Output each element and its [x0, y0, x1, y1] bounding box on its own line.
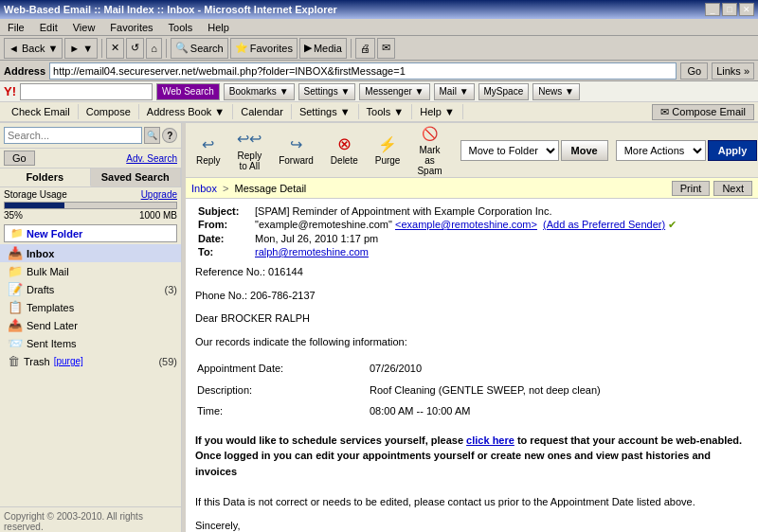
folder-item-drafts[interactable]: 📝 Drafts (3) [0, 280, 181, 298]
delete-button[interactable]: ⊗ Delete [324, 132, 365, 168]
menu-file[interactable]: File [4, 21, 28, 34]
media-button[interactable]: ▶ Media [299, 38, 347, 59]
date-value: Mon, Jul 26, 2010 1:17 pm [252, 232, 749, 245]
stop-button[interactable]: ✕ [106, 38, 124, 59]
close-button[interactable]: ✕ [739, 3, 754, 16]
move-to-folder-select[interactable]: Move to Folder [460, 140, 559, 161]
print-toolbar-button[interactable]: 🖨 [355, 38, 375, 59]
appt-date-row: Appointment Date: 07/26/2010 [197, 359, 601, 379]
storage-label: Storage Usage [4, 189, 67, 200]
menu-help[interactable]: Help [204, 21, 233, 34]
purge-button[interactable]: ⚡ Purge [369, 132, 407, 168]
next-button[interactable]: Next [713, 181, 752, 196]
back-button[interactable]: ◄ Back ▼ [4, 38, 63, 59]
forward-button[interactable]: ► ▼ [64, 38, 98, 59]
compose-email-icon: ✉ [660, 106, 669, 118]
window-controls[interactable]: _ □ ✕ [705, 3, 754, 16]
folders-tabs: Folders Saved Search [0, 168, 181, 187]
folder-item-bulkmail[interactable]: 📁 Bulk Mail [0, 262, 181, 280]
storage-bar-wrap: 35% 1000 MB [0, 202, 181, 222]
folder-label-drafts: Drafts [27, 284, 54, 295]
search-box: 🔍 ? [0, 123, 181, 149]
folder-item-sent[interactable]: 📨 Sent Items [0, 334, 181, 352]
reply-button[interactable]: ↩ Reply [190, 132, 227, 168]
mark-spam-button[interactable]: 🚫 Mark as Spam [410, 123, 448, 179]
menu-view[interactable]: View [69, 21, 99, 34]
storage-row: Storage Usage Upgrade [0, 187, 181, 202]
home-button[interactable]: ⌂ [146, 38, 162, 59]
settings-button[interactable]: Settings ▼ [298, 83, 356, 100]
send-later-icon: 📤 [8, 318, 23, 332]
sidebar: 🔍 ? Go Adv. Search Folders Saved Search … [0, 123, 182, 532]
maximize-button[interactable]: □ [722, 3, 737, 16]
email-action-bar: ↩ Reply ↩↩ Reply to All ↪ Forward ⊗ Dele… [186, 123, 758, 178]
links-button[interactable]: Links » [712, 62, 754, 80]
yahoo-search-input[interactable] [20, 83, 153, 100]
search-input[interactable] [4, 127, 142, 144]
search-submit-button[interactable]: 🔍 [144, 127, 160, 144]
compose-email-button[interactable]: ✉ Compose Email [652, 104, 754, 120]
move-button[interactable]: Move [561, 140, 608, 161]
folder-item-trash[interactable]: 🗑 Trash [purge] (59) [0, 352, 181, 370]
menu-tools[interactable]: Tools [165, 21, 197, 34]
calendar-button[interactable]: Calendar [233, 104, 292, 119]
refresh-button[interactable]: ↺ [126, 38, 144, 59]
help-icon-button[interactable]: ? [162, 128, 177, 143]
yahoo-toolbar: Y! Web Search Bookmarks ▼ Settings ▼ Mes… [0, 81, 758, 102]
minimize-button[interactable]: _ [705, 3, 720, 16]
tools-button[interactable]: Tools ▼ [359, 104, 413, 119]
new-folder-button[interactable]: 📁 New Folder [4, 224, 177, 242]
upgrade-link[interactable]: Upgrade [141, 189, 177, 200]
breadcrumb-inbox-link[interactable]: Inbox [191, 183, 217, 194]
click-here-link[interactable]: click here [466, 434, 514, 446]
settings-app-button[interactable]: Settings ▼ [292, 104, 359, 119]
messenger-button[interactable]: Messenger ▼ [359, 83, 429, 100]
favorites-button[interactable]: ⭐ Favorites [230, 38, 298, 59]
mail-toolbar-button[interactable]: ✉ [377, 38, 395, 59]
bookmarks-button[interactable]: Bookmarks ▼ [224, 83, 295, 100]
menu-edit[interactable]: Edit [36, 21, 62, 34]
menu-favorites[interactable]: Favorites [106, 21, 156, 34]
from-email-link[interactable]: <example@remoteshine.com> [395, 219, 537, 230]
search-go-button[interactable]: Go [4, 151, 35, 166]
news-button[interactable]: News ▼ [532, 83, 580, 100]
tab-folders[interactable]: Folders [0, 168, 91, 186]
forward-button[interactable]: ↪ Forward [272, 132, 320, 168]
check-email-button[interactable]: Check Email [4, 104, 79, 119]
search-button[interactable]: 🔍 Search [171, 38, 228, 59]
date-label: Date: [195, 232, 252, 245]
advanced-search-link[interactable]: Adv. Search [126, 153, 177, 164]
tab-saved-search[interactable]: Saved Search [91, 168, 182, 186]
ref-no-line: Reference No.: 016144 [195, 264, 749, 280]
closing-line: Sincerely, [195, 518, 749, 533]
mail-button[interactable]: Mail ▼ [434, 83, 475, 100]
ref-no-label: Reference No.: [195, 266, 265, 277]
to-email-link[interactable]: ralph@remoteshine.com [255, 246, 369, 257]
folder-item-sendlater[interactable]: 📤 Send Later [0, 316, 181, 334]
print-button[interactable]: Print [672, 181, 711, 196]
more-actions-select[interactable]: More Actions [616, 140, 706, 161]
more-actions-group: More Actions Apply [616, 140, 758, 161]
address-input[interactable] [49, 62, 677, 80]
greeting-line: Dear BROCKER RALPH [195, 310, 749, 327]
web-search-button[interactable]: Web Search [156, 83, 220, 100]
inbox-icon: 📥 [8, 246, 23, 260]
address-go-button[interactable]: Go [680, 62, 708, 80]
address-book-button[interactable]: Address Book ▼ [139, 104, 233, 119]
reply-icon: ↩ [197, 134, 220, 153]
from-label: From: [195, 218, 252, 232]
breadcrumb: Inbox > Message Detail [191, 183, 306, 194]
add-preferred-link[interactable]: (Add as Preferred Sender) [543, 219, 665, 230]
main-layout: 🔍 ? Go Adv. Search Folders Saved Search … [0, 123, 758, 532]
folder-item-templates[interactable]: 📋 Templates [0, 298, 181, 316]
toolbar-separator-3 [351, 39, 352, 58]
help-button[interactable]: Help ▼ [412, 104, 463, 119]
trash-icon: 🗑 [8, 354, 20, 368]
myspace-button[interactable]: MySpace [478, 83, 530, 100]
compose-button[interactable]: Compose [79, 104, 139, 119]
apply-button[interactable]: Apply [708, 140, 758, 161]
folder-item-inbox[interactable]: 📥 Inbox [0, 244, 181, 262]
reply-all-button[interactable]: ↩↩ Reply to All [231, 127, 269, 174]
trash-purge-link[interactable]: [purge] [54, 356, 83, 366]
nav-buttons: Print Next [672, 181, 752, 196]
